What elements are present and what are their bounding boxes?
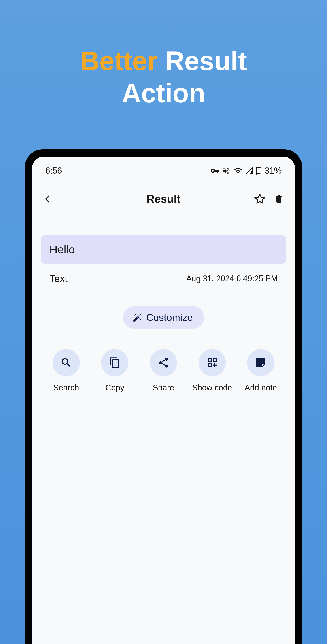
search-icon — [60, 357, 72, 369]
result-type-label: Text — [50, 273, 68, 284]
customize-label: Customize — [146, 312, 193, 323]
back-button[interactable] — [43, 194, 54, 204]
share-label: Share — [153, 383, 174, 392]
share-icon — [158, 357, 169, 368]
marketing-accent-word: Better — [80, 46, 158, 76]
result-meta-row: Text Aug 31, 2024 6:49:25 PM — [41, 264, 286, 291]
copy-icon-circle — [101, 349, 128, 376]
phone-frame: 6:56 31% Result — [25, 149, 302, 644]
arrow-back-icon — [43, 194, 54, 204]
delete-button[interactable] — [274, 194, 284, 204]
status-time: 6:56 — [46, 166, 62, 176]
battery-icon — [256, 166, 262, 175]
magic-wand-icon — [132, 312, 142, 322]
status-bar: 6:56 31% — [41, 156, 286, 181]
result-text: Hello — [50, 243, 75, 256]
app-bar: Result — [41, 181, 286, 212]
qrcode-icon-circle — [198, 349, 226, 376]
phone-screen: 6:56 31% Result — [32, 156, 295, 644]
favorite-button[interactable] — [254, 194, 266, 204]
copy-label: Copy — [105, 383, 124, 392]
note-icon-circle — [247, 349, 274, 376]
add-note-label: Add note — [245, 383, 277, 392]
customize-button[interactable]: Customize — [123, 306, 204, 329]
page-title: Result — [77, 192, 250, 206]
copy-icon — [109, 357, 120, 368]
marketing-line2: Action — [122, 78, 205, 108]
result-timestamp: Aug 31, 2024 6:49:25 PM — [186, 274, 278, 283]
search-icon-circle — [52, 349, 80, 376]
share-action[interactable]: Share — [139, 349, 188, 392]
mute-icon — [222, 166, 230, 175]
marketing-header: Better Result Action — [80, 45, 247, 109]
copy-action[interactable]: Copy — [90, 349, 139, 392]
result-content-card: Hello — [41, 236, 286, 264]
marketing-title: Better Result Action — [80, 45, 247, 109]
search-label: Search — [54, 383, 79, 392]
customize-row: Customize — [41, 306, 286, 329]
share-icon-circle — [150, 349, 177, 376]
show-code-label: Show code — [192, 383, 232, 392]
trash-icon — [274, 194, 284, 204]
signal-icon — [245, 167, 253, 175]
qrcode-icon — [206, 357, 218, 368]
vpn-key-icon — [210, 166, 219, 175]
wifi-icon — [234, 166, 242, 175]
add-note-action[interactable]: Add note — [236, 349, 285, 392]
note-icon — [254, 356, 267, 369]
status-right: 31% — [210, 166, 282, 176]
show-code-action[interactable]: Show code — [188, 349, 237, 392]
search-action[interactable]: Search — [42, 349, 90, 392]
battery-percent: 31% — [264, 166, 282, 176]
star-outline-icon — [254, 194, 266, 204]
marketing-rest-word: Result — [158, 46, 247, 76]
svg-rect-2 — [257, 173, 260, 174]
actions-row: Search Copy Share Show code — [41, 349, 286, 392]
